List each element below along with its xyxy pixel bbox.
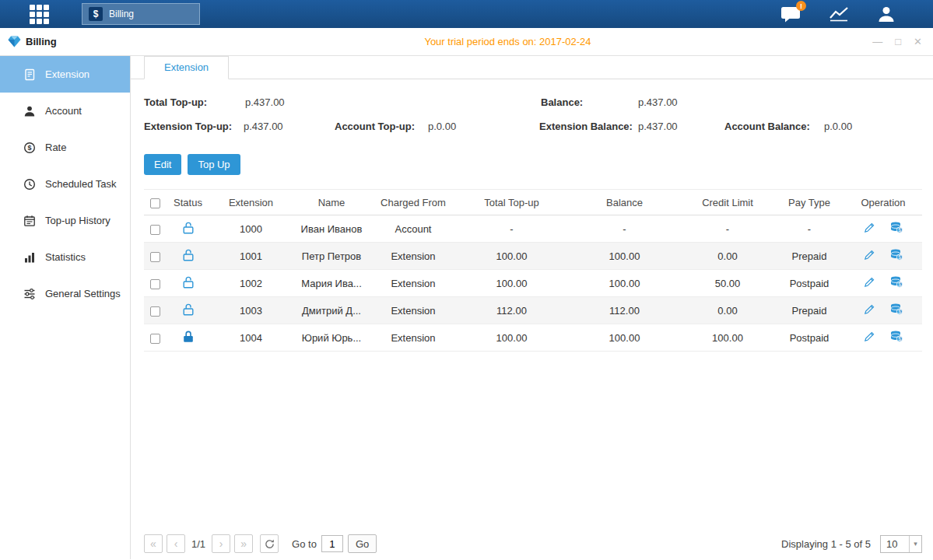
balance-label: Balance: (541, 96, 583, 108)
cell-total-topup: 100.00 (455, 243, 568, 270)
app-body: Extension Account $ Rate Scheduled Task (0, 56, 933, 559)
cell-pay-type: - (774, 215, 844, 243)
edit-icon[interactable] (864, 222, 875, 236)
sidebar-item-statistics[interactable]: Statistics (0, 239, 130, 275)
account-icon (23, 105, 36, 117)
extension-table: Status Extension Name Charged From Total… (144, 189, 922, 352)
topup-icon[interactable]: $ (890, 222, 903, 236)
titlebar: Billing Your trial period ends on: 2017-… (0, 28, 933, 56)
table-row[interactable]: 1002 Мария Ива... Extension 100.00 100.0… (144, 270, 922, 297)
page-title: Billing (26, 36, 57, 47)
cell-pay-type: Postpaid (774, 324, 844, 352)
page-indicator: 1/1 (191, 538, 205, 550)
sidebar-item-rate[interactable]: $ Rate (0, 129, 130, 166)
line-chart-icon (829, 6, 849, 22)
cell-pay-type: Postpaid (774, 270, 844, 297)
sidebar-item-scheduled-task[interactable]: Scheduled Task (0, 166, 130, 202)
col-total-topup: Total Top-up (455, 190, 568, 215)
maximize-icon[interactable]: □ (895, 36, 901, 47)
top-up-button[interactable]: Top Up (188, 154, 240, 175)
row-checkbox[interactable] (150, 334, 160, 344)
sidebar: Extension Account $ Rate Scheduled Task (0, 56, 131, 559)
cell-name: Мария Ива... (292, 270, 371, 297)
summary: Total Top-up: p.437.00 Balance: p.437.00… (144, 96, 922, 145)
statistics-icon (23, 251, 36, 264)
go-button[interactable]: Go (348, 534, 377, 553)
goto-page-input[interactable] (321, 535, 343, 552)
cell-extension: 1000 (210, 215, 292, 243)
topup-icon[interactable]: $ (890, 276, 903, 290)
account-topup-label: Account Top-up: (335, 121, 415, 132)
edit-icon[interactable] (864, 276, 875, 290)
cell-charged-from: Extension (371, 324, 455, 352)
apps-grid-icon[interactable] (30, 5, 49, 24)
summary-row-2: Extension Top-up: p.437.00 Account Top-u… (144, 121, 922, 145)
pagination-bar: « ‹ 1/1 › » Go to Go Displaying 1 - 5 of… (144, 534, 922, 553)
col-charged-from: Charged From (371, 190, 455, 215)
extension-balance-value: p.437.00 (638, 121, 678, 132)
topbar-right: ! (780, 5, 896, 23)
col-pay-type: Pay Type (774, 190, 844, 215)
edit-icon[interactable] (864, 249, 875, 263)
edit-icon[interactable] (864, 331, 875, 345)
billing-logo-icon (8, 36, 21, 47)
messages-icon[interactable]: ! (780, 5, 801, 23)
cell-pay-type: Prepaid (774, 243, 844, 270)
cell-charged-from: Account (371, 215, 455, 243)
col-operation: Operation (844, 190, 922, 215)
account-balance-label: Account Balance: (724, 121, 810, 132)
sidebar-item-extension[interactable]: Extension (0, 56, 130, 93)
col-extension: Extension (210, 190, 292, 215)
topup-icon[interactable]: $ (890, 331, 903, 345)
cell-charged-from: Extension (371, 297, 455, 324)
row-checkbox[interactable] (150, 252, 160, 262)
row-checkbox[interactable] (150, 225, 160, 235)
select-all-checkbox[interactable] (150, 198, 160, 208)
displaying-text: Displaying 1 - 5 of 5 (781, 538, 871, 550)
cell-charged-from: Extension (371, 270, 455, 297)
cell-balance: 100.00 (568, 324, 681, 352)
notification-badge: ! (796, 1, 806, 11)
extension-icon (23, 68, 36, 81)
pagination-right: Displaying 1 - 5 of 5 10 ▾ (781, 535, 922, 553)
sidebar-item-label: Scheduled Task (45, 178, 117, 190)
svg-text:$: $ (27, 144, 31, 152)
window-controls: — □ ✕ (852, 36, 922, 47)
sidebar-item-account[interactable]: Account (0, 93, 130, 129)
sidebar-item-label: General Settings (45, 288, 121, 299)
edit-icon[interactable] (864, 303, 875, 317)
prev-page-button[interactable]: ‹ (167, 534, 185, 553)
table-row[interactable]: 1003 Дмитрий Д... Extension 112.00 112.0… (144, 297, 922, 324)
topup-icon[interactable]: $ (890, 249, 903, 263)
cell-name: Петр Петров (292, 243, 371, 270)
account-balance-value: p.0.00 (824, 121, 852, 132)
minimize-icon[interactable]: — (872, 36, 882, 47)
first-page-button[interactable]: « (144, 534, 163, 553)
extension-balance-label: Extension Balance: (539, 121, 633, 132)
row-checkbox[interactable] (150, 306, 160, 317)
close-icon[interactable]: ✕ (914, 36, 922, 47)
edit-button[interactable]: Edit (144, 154, 181, 175)
row-checkbox[interactable] (150, 279, 160, 289)
tab-extension[interactable]: Extension (144, 56, 229, 79)
refresh-button[interactable] (260, 534, 279, 553)
cell-balance: 100.00 (568, 243, 681, 270)
billing-app-tab[interactable]: $ Billing (82, 3, 200, 25)
sidebar-item-topup-history[interactable]: Top-up History (0, 202, 130, 239)
page-size-select[interactable]: 10 ▾ (880, 535, 922, 553)
table-row[interactable]: 1001 Петр Петров Extension 100.00 100.00… (144, 243, 922, 270)
cell-total-topup: 112.00 (455, 297, 568, 324)
sidebar-item-general-settings[interactable]: General Settings (0, 275, 130, 312)
table-row[interactable]: 1000 Иван Иванов Account - - - - $ (144, 215, 922, 243)
cell-pay-type: Prepaid (774, 297, 844, 324)
last-page-button[interactable]: » (234, 534, 253, 553)
col-name: Name (292, 190, 371, 215)
table-row[interactable]: 1004 Юрий Юрь... Extension 100.00 100.00… (144, 324, 922, 352)
cell-balance: - (568, 215, 681, 243)
topbar: $ Billing ! (0, 0, 933, 28)
svg-text:$: $ (899, 309, 902, 314)
user-icon[interactable] (877, 5, 896, 23)
reports-icon[interactable] (829, 6, 849, 22)
next-page-button[interactable]: › (212, 534, 230, 553)
topup-icon[interactable]: $ (890, 303, 903, 317)
